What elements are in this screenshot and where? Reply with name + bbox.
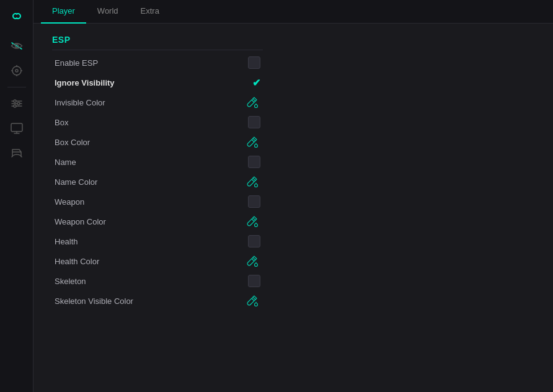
setting-row-skeleton[interactable]: Skeleton	[52, 271, 263, 291]
svg-point-10	[14, 100, 16, 102]
setting-label: Name	[55, 158, 76, 167]
svg-point-21	[255, 145, 258, 148]
setting-label: Invisible Color	[55, 98, 105, 107]
svg-point-2	[15, 69, 18, 72]
esp-section-title: ESP	[52, 35, 534, 45]
setting-row-skeleton-visible-color[interactable]: Skeleton Visible Color	[52, 291, 263, 311]
setting-row-box[interactable]: Box	[52, 112, 263, 132]
color-bucket-icon	[245, 254, 259, 268]
sidebar-item-aimbot[interactable]	[6, 60, 28, 82]
toggle-health[interactable]	[248, 235, 260, 247]
color-picker-name-color[interactable]	[243, 173, 260, 190]
setting-row-ignore-visibility[interactable]: Ignore Visibility✔	[52, 73, 263, 92]
svg-point-27	[255, 264, 258, 267]
setting-label: Box Color	[55, 138, 90, 147]
tab-world[interactable]: World	[86, 0, 130, 24]
svg-line-28	[252, 298, 254, 301]
toggle-box[interactable]	[248, 116, 260, 128]
setting-row-invisible-color[interactable]: Invisible Color	[52, 92, 263, 112]
app-logo	[6, 5, 28, 27]
setting-row-box-color[interactable]: Box Color	[52, 132, 263, 152]
color-picker-weapon-color[interactable]	[243, 213, 260, 230]
svg-point-11	[17, 102, 20, 105]
toggle-enable-esp[interactable]	[248, 56, 260, 69]
setting-label: Weapon Color	[55, 217, 106, 226]
toggle-skeleton[interactable]	[248, 275, 260, 287]
svg-point-29	[255, 303, 258, 306]
svg-point-25	[255, 224, 258, 227]
setting-row-weapon[interactable]: Weapon	[52, 192, 263, 212]
checkmark-icon: ✔	[252, 78, 260, 88]
tab-extra[interactable]: Extra	[130, 0, 170, 24]
setting-row-health[interactable]: Health	[52, 231, 263, 251]
svg-line-26	[252, 259, 254, 261]
svg-line-18	[252, 100, 254, 102]
setting-label: Skeleton	[55, 277, 86, 286]
color-picker-health-color[interactable]	[243, 252, 260, 270]
setting-row-enable-esp[interactable]: Enable ESP	[52, 53, 263, 73]
sidebar	[0, 0, 33, 392]
setting-row-name-color[interactable]: Name Color	[52, 172, 263, 192]
sidebar-item-display[interactable]	[6, 117, 28, 140]
sidebar-item-settings[interactable]	[6, 92, 28, 115]
tab-bar: Player World Extra	[33, 0, 553, 24]
svg-point-12	[14, 105, 16, 107]
color-bucket-icon	[245, 175, 259, 189]
setting-row-weapon-color[interactable]: Weapon Color	[52, 212, 263, 231]
sidebar-divider-1	[7, 87, 26, 87]
color-bucket-icon	[245, 294, 259, 308]
setting-row-name[interactable]: Name	[52, 152, 263, 172]
color-bucket-icon	[245, 135, 259, 149]
svg-line-22	[252, 179, 254, 182]
content-area: ESP Enable ESPIgnore Visibility✔Invisibl…	[33, 24, 553, 392]
settings-list: Enable ESPIgnore Visibility✔Invisible Co…	[52, 53, 534, 311]
setting-label: Weapon	[55, 197, 84, 207]
check-ignore-visibility[interactable]: ✔	[252, 77, 260, 89]
setting-label: Ignore Visibility	[55, 78, 115, 87]
main-content: Player World Extra ESP Enable ESPIgnore …	[33, 0, 553, 392]
setting-row-health-color[interactable]: Health Color	[52, 251, 263, 271]
toggle-weapon[interactable]	[248, 195, 260, 208]
setting-label: Health Color	[55, 257, 99, 266]
setting-label: Name Color	[55, 177, 97, 187]
color-picker-box-color[interactable]	[243, 133, 260, 151]
esp-section-divider	[52, 50, 263, 50]
color-picker-invisible-color[interactable]	[243, 94, 260, 111]
sidebar-item-profiles[interactable]	[6, 142, 28, 164]
setting-label: Health	[55, 237, 78, 246]
svg-rect-13	[11, 123, 22, 131]
color-picker-skeleton-visible-color[interactable]	[243, 292, 260, 310]
svg-point-19	[255, 105, 258, 108]
svg-point-1	[12, 66, 21, 75]
setting-label: Box	[55, 118, 68, 127]
color-bucket-icon	[245, 215, 259, 228]
setting-label: Skeleton Visible Color	[55, 296, 133, 306]
svg-line-24	[252, 219, 254, 221]
svg-line-20	[252, 140, 254, 142]
sidebar-item-visibility[interactable]	[6, 35, 28, 57]
setting-label: Enable ESP	[55, 58, 98, 68]
color-bucket-icon	[245, 96, 259, 109]
svg-point-23	[255, 184, 258, 187]
toggle-name[interactable]	[248, 156, 260, 168]
tab-player[interactable]: Player	[41, 0, 86, 24]
